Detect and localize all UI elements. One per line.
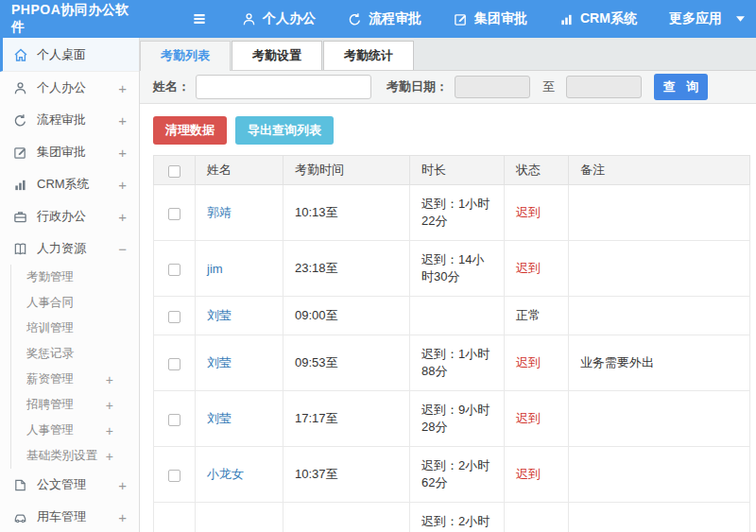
sidebar-item-group-approval[interactable]: 集团审批 + — [0, 136, 139, 168]
select-all-checkbox[interactable] — [168, 165, 180, 178]
sidebar-subitem-label: 薪资管理 — [26, 371, 103, 387]
expand-plus-icon[interactable]: + — [103, 449, 116, 464]
clean-data-button[interactable]: 清理数据 — [153, 116, 227, 145]
sidebar-subitem-label: 基础类别设置 — [26, 448, 103, 464]
sidebar-subitem-hr-contract[interactable]: 人事合同 — [11, 290, 139, 316]
employee-name-link[interactable]: 刘莹 — [207, 411, 232, 425]
table-row: 郭靖 10:13至 迟到：1小时22分 迟到 — [154, 185, 750, 241]
header-name: 姓名 — [196, 156, 284, 185]
attendance-time: 09:53至 — [284, 335, 410, 391]
header-duration: 时长 — [410, 156, 505, 185]
process-icon — [348, 12, 362, 26]
tab-bar: 考勤列表 考勤设置 考勤统计 — [140, 38, 756, 71]
car-icon — [12, 509, 28, 525]
sidebar-subitem-label: 人事管理 — [26, 422, 103, 438]
nav-label: 更多应用 — [669, 10, 722, 27]
name-filter-label: 姓名： — [153, 78, 190, 95]
sidebar-item-crm[interactable]: CRM系统 + — [0, 168, 139, 200]
sidebar-item-desktop[interactable]: 个人桌面 — [0, 38, 139, 72]
document-icon — [12, 477, 28, 493]
nav-group-approval[interactable]: 集团审批 — [454, 10, 527, 27]
main-panel: 考勤列表 考勤设置 考勤统计 姓名： 考勤日期： 至 查 询 清理数据 导出查询… — [140, 38, 756, 532]
sidebar-item-label: 流程审批 — [37, 112, 115, 129]
date-to-label: 至 — [542, 78, 555, 95]
sidebar-subitem-label: 人事合同 — [26, 295, 116, 311]
expand-plus-icon[interactable]: + — [103, 372, 116, 387]
nav-more-apps[interactable]: 更多应用 — [669, 10, 745, 27]
caret-down-icon — [736, 16, 745, 22]
note-cell — [569, 447, 750, 503]
nav-crm[interactable]: CRM系统 — [559, 10, 637, 27]
expand-plus-icon[interactable]: + — [115, 477, 129, 493]
sidebar-subitem-personnel-mgmt[interactable]: 人事管理 + — [11, 418, 139, 443]
employee-name-link[interactable]: 刘莹 — [207, 355, 232, 369]
collapse-minus-icon[interactable]: − — [115, 241, 129, 257]
name-filter-input[interactable] — [196, 75, 371, 99]
expand-plus-icon[interactable]: + — [115, 177, 129, 193]
filter-bar: 姓名： 考勤日期： 至 查 询 — [140, 71, 756, 104]
header-time: 考勤时间 — [284, 156, 410, 185]
nav-personal-office[interactable]: 个人办公 — [242, 10, 316, 27]
sidebar-subitem-reward-records[interactable]: 奖惩记录 — [11, 341, 139, 367]
tab-attendance-stats[interactable]: 考勤统计 — [323, 41, 414, 70]
sidebar-item-hr[interactable]: 人力资源 − — [0, 232, 139, 265]
status-badge: 迟到 — [516, 411, 541, 425]
tab-attendance-settings[interactable]: 考勤设置 — [232, 41, 322, 70]
sidebar-subitem-attendance-mgmt[interactable]: 考勤管理 — [11, 265, 139, 290]
row-checkbox[interactable] — [168, 264, 180, 276]
expand-plus-icon[interactable]: + — [115, 80, 129, 96]
status-badge: 迟到 — [516, 205, 541, 219]
row-checkbox[interactable] — [168, 470, 180, 482]
status-badge: 迟到 — [516, 355, 541, 369]
nav-process-approval[interactable]: 流程审批 — [348, 10, 421, 27]
sidebar-item-label: 个人办公 — [37, 79, 115, 96]
attendance-time: 09:00至 — [284, 297, 410, 335]
employee-name-link[interactable]: 小龙女 — [207, 467, 244, 481]
sidebar-item-vehicle-mgmt[interactable]: 用车管理 + — [0, 501, 139, 532]
row-checkbox[interactable] — [168, 358, 180, 370]
nav-label: 流程审批 — [369, 10, 421, 27]
date-to-input[interactable] — [566, 76, 642, 98]
sidebar-subitem-training-mgmt[interactable]: 培训管理 — [11, 316, 139, 341]
sidebar-subitem-label: 招聘管理 — [26, 397, 103, 413]
expand-plus-icon[interactable]: + — [103, 423, 116, 438]
employee-name-link[interactable]: 刘莹 — [207, 308, 232, 322]
sidebar-item-admin-office[interactable]: 行政办公 + — [0, 200, 139, 232]
sidebar-item-label: CRM系统 — [37, 176, 115, 193]
bar-chart-icon — [12, 177, 28, 193]
hamburger-menu-icon[interactable] — [189, 9, 210, 29]
sidebar-item-document-mgmt[interactable]: 公文管理 + — [0, 469, 139, 501]
table-row: 小龙女 10:37至 迟到：2小时62分 迟到 — [154, 447, 750, 503]
expand-plus-icon[interactable]: + — [115, 209, 129, 225]
sidebar-item-personal-office[interactable]: 个人办公 + — [0, 72, 139, 104]
expand-plus-icon[interactable]: + — [115, 112, 129, 129]
expand-plus-icon[interactable]: + — [103, 398, 116, 413]
duration-cell — [410, 297, 505, 335]
search-button[interactable]: 查 询 — [654, 74, 708, 100]
duration-cell: 迟到：1小时88分 — [410, 335, 505, 391]
header-status: 状态 — [505, 156, 569, 185]
expand-plus-icon[interactable]: + — [115, 509, 129, 525]
home-icon — [12, 46, 28, 62]
sidebar-subitem-base-category[interactable]: 基础类别设置 + — [11, 443, 139, 469]
sidebar-subitem-recruit-mgmt[interactable]: 招聘管理 + — [11, 392, 139, 418]
sidebar-subitem-salary-mgmt[interactable]: 薪资管理 + — [11, 367, 139, 392]
date-from-input[interactable] — [455, 76, 530, 98]
date-filter-label: 考勤日期： — [387, 78, 448, 95]
row-checkbox[interactable] — [168, 311, 180, 323]
export-list-button[interactable]: 导出查询列表 — [235, 116, 334, 145]
employee-name-link[interactable]: 郭靖 — [207, 205, 232, 219]
nav-label: 个人办公 — [263, 10, 316, 27]
sidebar-item-label: 个人桌面 — [37, 46, 129, 63]
hr-submenu: 考勤管理 人事合同 培训管理 奖惩记录 薪资管理 + 招聘管理 + 人事管理 + — [10, 265, 139, 469]
employee-name-link[interactable]: jim — [207, 262, 223, 276]
table-row: 刘莹 09:00至 正常 — [154, 297, 750, 335]
row-checkbox[interactable] — [168, 208, 180, 220]
tab-attendance-list[interactable]: 考勤列表 — [140, 41, 231, 71]
sidebar-item-process-approval[interactable]: 流程审批 + — [0, 104, 139, 136]
expand-plus-icon[interactable]: + — [115, 145, 129, 161]
note-cell — [569, 185, 750, 241]
app-title: PHPOA协同办公软件 — [0, 2, 140, 36]
duration-cell: 迟到：1小时22分 — [410, 185, 505, 241]
row-checkbox[interactable] — [168, 414, 180, 426]
